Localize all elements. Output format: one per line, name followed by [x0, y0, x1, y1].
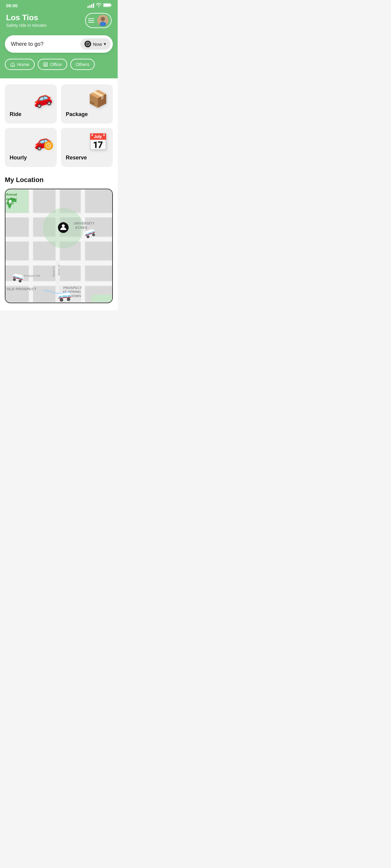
package-service-card[interactable]: 📦 Package [61, 84, 113, 124]
package-label: Package [66, 111, 88, 118]
svg-text:er Trial: er Trial [6, 197, 17, 201]
package-icon: 📦 [66, 89, 108, 108]
others-label: Others [76, 62, 89, 67]
app-subtitle: Safety ride in minutes [6, 23, 47, 28]
office-destination-button[interactable]: Office [38, 59, 67, 70]
search-bar[interactable]: Where to go? Now ▾ [5, 35, 113, 53]
hourly-service-card[interactable]: 🚗 Hourly [5, 128, 57, 167]
time-selector[interactable]: Now ▾ [80, 38, 110, 50]
hourly-icon: 🚗 [10, 133, 52, 150]
svg-point-4 [101, 17, 105, 21]
svg-rect-37 [60, 266, 81, 281]
svg-rect-38 [85, 266, 112, 281]
wifi-icon [96, 3, 101, 8]
app-header: Los Tios Safety ride in minutes [0, 10, 118, 35]
services-grid: 🚗 Ride 📦 Package 🚗 [5, 84, 113, 173]
battery-icon [103, 3, 112, 8]
svg-rect-25 [5, 218, 29, 237]
svg-text:dens: dens [6, 201, 13, 205]
svg-rect-21 [81, 190, 85, 302]
svg-text:Stover S...: Stover S... [52, 265, 55, 277]
map-container[interactable]: Annual er Trial dens UNIVERSITY ACRES [5, 189, 113, 303]
svg-text:OLD PROSPECT: OLD PROSPECT [7, 287, 36, 291]
svg-text:Stover St: Stover St [57, 264, 60, 276]
svg-point-50 [62, 224, 65, 227]
home-destination-button[interactable]: Home [5, 59, 35, 70]
svg-text:UNIVERSITY: UNIVERSITY [74, 221, 95, 225]
hourly-clock-badge [44, 141, 53, 150]
svg-text:PROSPECT: PROSPECT [63, 286, 82, 290]
ride-service-card[interactable]: 🚗 Ride [5, 84, 57, 124]
status-time: 09:00 [6, 3, 18, 8]
app-title: Los Tios [6, 13, 47, 22]
status-bar: 09:00 [0, 0, 118, 10]
office-label: Office [50, 62, 62, 67]
svg-rect-40 [33, 286, 55, 302]
reserve-icon: 📅 [66, 133, 108, 152]
others-destination-button[interactable]: Others [70, 59, 95, 70]
svg-rect-34 [85, 242, 112, 260]
svg-rect-19 [29, 190, 33, 302]
menu-avatar-button[interactable] [85, 13, 112, 28]
reserve-label: Reserve [66, 155, 87, 161]
hourly-label: Hourly [10, 155, 27, 161]
location-section: My Location [0, 173, 118, 310]
header-right [85, 13, 112, 28]
home-label: Home [17, 62, 29, 67]
svg-rect-31 [5, 242, 29, 260]
reserve-service-card[interactable]: 📅 Reserve [61, 128, 113, 167]
ride-icon: 🚗 [10, 89, 52, 107]
svg-rect-28 [85, 190, 112, 213]
svg-text:Annual: Annual [6, 193, 17, 196]
time-label: Now [93, 41, 102, 47]
search-section: Where to go? Now ▾ [0, 35, 118, 59]
my-location-title: My Location [5, 176, 113, 184]
svg-rect-84 [91, 295, 112, 302]
hamburger-icon [88, 19, 94, 23]
map-svg: Annual er Trial dens UNIVERSITY ACRES [5, 189, 112, 303]
ride-label: Ride [10, 111, 21, 118]
svg-rect-8 [44, 63, 47, 66]
svg-rect-2 [104, 4, 110, 6]
svg-rect-24 [33, 190, 55, 213]
svg-text:Prospect Rd: Prospect Rd [24, 274, 40, 277]
svg-rect-1 [110, 4, 111, 6]
signal-icon [87, 3, 94, 8]
header-title-block: Los Tios Safety ride in minutes [6, 13, 47, 28]
svg-text:ACRES: ACRES [75, 226, 87, 229]
status-icons [87, 3, 112, 8]
quick-destinations: Home Office Others [0, 59, 118, 79]
search-placeholder[interactable]: Where to go? [11, 41, 80, 47]
services-section: 🚗 Ride 📦 Package 🚗 [0, 79, 118, 173]
chevron-down-icon: ▾ [104, 41, 106, 47]
clock-icon [84, 41, 91, 47]
avatar [97, 15, 109, 26]
